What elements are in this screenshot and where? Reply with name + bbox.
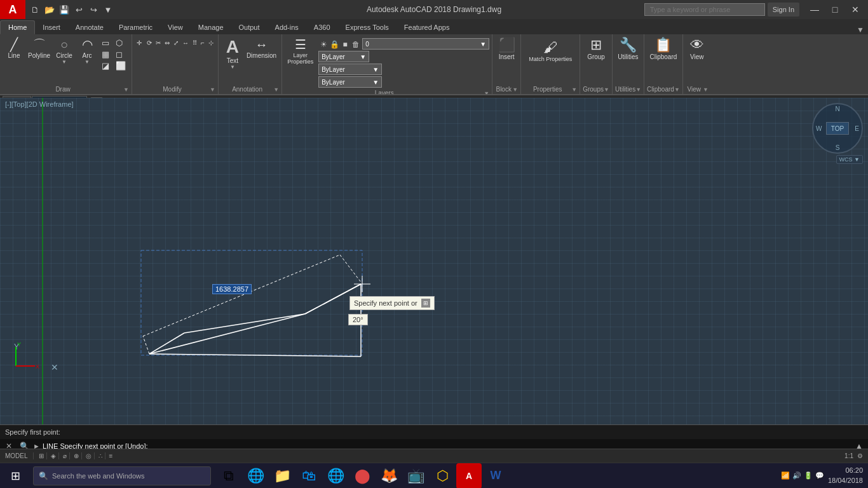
taskbar-search[interactable]: 🔍 Search the web and Windows xyxy=(33,466,211,485)
insert-button[interactable]: ⬛ Insert xyxy=(495,37,518,62)
minimize-btn[interactable]: — xyxy=(804,0,825,19)
utilities-group-expand[interactable]: ▼ xyxy=(635,86,641,93)
taskbar-word[interactable]: W xyxy=(483,463,508,489)
draw-group-expand[interactable]: ▼ xyxy=(123,86,129,93)
layer-lock-icon[interactable]: 🔒 xyxy=(329,39,339,50)
view-button[interactable]: 👁 View xyxy=(686,37,709,62)
wipeout-button[interactable]: ◻ xyxy=(114,48,129,60)
qat-undo[interactable]: ↩ xyxy=(72,3,86,17)
color-dropdown[interactable]: ByLayer ▼ xyxy=(318,51,369,62)
taskbar-sound[interactable]: 🔊 xyxy=(792,471,801,480)
modify-group-expand[interactable]: ▼ xyxy=(210,86,215,93)
arc-button[interactable]: ◠ Arc ▼ xyxy=(76,37,98,66)
clipboard-button[interactable]: 📋 Clipboard xyxy=(648,37,680,62)
taskbar-explorer[interactable]: 📁 xyxy=(269,463,295,489)
view-group-expand[interactable]: ▼ xyxy=(703,86,709,93)
tab-parametric[interactable]: Parametric xyxy=(111,20,160,34)
hatch-button[interactable]: ▦ xyxy=(100,48,112,60)
clipboard-group-expand[interactable]: ▼ xyxy=(674,86,680,93)
scale-button[interactable]: ⤢ xyxy=(172,37,180,48)
viewport[interactable]: [-][Top][2D Wireframe] xyxy=(0,98,868,424)
lineweight-dropdown[interactable]: ByLayer ▼ xyxy=(318,76,382,88)
qat-redo[interactable]: ↪ xyxy=(86,3,100,17)
osnap-toggle[interactable]: ◎ xyxy=(83,452,95,459)
taskbar-action-center[interactable]: 💬 xyxy=(815,471,824,480)
taskbar-task-view[interactable]: ⧉ xyxy=(216,463,241,489)
dimension-button[interactable]: ↔ Dimension xyxy=(244,37,279,60)
fillet-button[interactable]: ⌐ xyxy=(199,37,207,48)
maximize-btn[interactable]: □ xyxy=(825,0,845,19)
rectangle-button[interactable]: ▭ xyxy=(100,37,112,48)
group-button[interactable]: ⊞ Group xyxy=(585,37,607,62)
model-tab[interactable]: MODEL xyxy=(0,452,34,459)
mirror-button[interactable]: ⇔ xyxy=(163,37,172,48)
taskbar-store[interactable]: 🛍 xyxy=(296,463,322,489)
layer-name-dropdown[interactable]: 0 ▼ xyxy=(362,38,489,50)
tab-annotate[interactable]: Annotate xyxy=(68,20,111,34)
taskbar-app7[interactable]: ⬡ xyxy=(430,463,455,489)
tab-a360[interactable]: A360 xyxy=(306,20,338,34)
layer-color-icon[interactable]: ■ xyxy=(340,39,350,50)
navcube[interactable]: N S E W TOP WCS ▼ xyxy=(812,103,863,154)
taskbar-firefox[interactable]: 🦊 xyxy=(376,463,402,489)
taskbar-chrome[interactable]: ⬤ xyxy=(349,463,375,489)
layer-delete-icon[interactable]: 🗑 xyxy=(351,39,361,50)
layer-properties-button[interactable]: ☰ LayerProperties xyxy=(285,37,316,66)
properties-group-expand[interactable]: ▼ xyxy=(571,86,577,93)
taskbar-battery[interactable]: 🔋 xyxy=(804,471,813,480)
text-button[interactable]: A Text ▼ xyxy=(221,37,244,71)
taskbar-ie[interactable]: 🌐 xyxy=(323,463,348,489)
tab-express[interactable]: Express Tools xyxy=(338,20,397,34)
polar-toggle[interactable]: ⊕ xyxy=(71,452,82,459)
zoom-level[interactable]: 1:1 xyxy=(844,452,853,459)
region-button[interactable]: ⬡ xyxy=(114,37,129,48)
layers-group-expand[interactable]: ▼ xyxy=(484,90,489,96)
qat-more[interactable]: ▼ xyxy=(101,3,115,17)
qat-new[interactable]: 🗋 xyxy=(28,3,42,17)
move-button[interactable]: ✛ xyxy=(135,37,145,48)
tooltip-expand-icon[interactable]: ⊞ xyxy=(421,299,430,308)
annotation-group-expand[interactable]: ▼ xyxy=(273,86,279,93)
snap-toggle[interactable]: ◈ xyxy=(48,452,59,459)
stretch-button[interactable]: ↔ xyxy=(180,37,191,48)
circle-button[interactable]: ○ Circle ▼ xyxy=(53,37,76,66)
gradient-button[interactable]: ◪ xyxy=(100,60,112,71)
otrack-toggle[interactable]: ∴ xyxy=(96,452,105,459)
layer-freeze-icon[interactable]: ☀ xyxy=(318,39,329,50)
tab-manage[interactable]: Manage xyxy=(191,20,231,34)
group-group-expand[interactable]: ▼ xyxy=(604,86,609,93)
taskbar-datetime[interactable]: 06:20 18/04/2018 xyxy=(828,466,863,485)
revision-button[interactable]: ⬜ xyxy=(114,60,129,71)
tab-home[interactable]: Home xyxy=(0,20,35,34)
taskbar-network[interactable]: 📶 xyxy=(781,471,790,480)
utilities-button[interactable]: 🔧 Utilities xyxy=(615,37,641,62)
taskbar-edge[interactable]: 🌐 xyxy=(243,463,268,489)
sign-in-btn[interactable]: Sign In xyxy=(768,3,799,17)
trim-button[interactable]: ✂ xyxy=(154,37,163,48)
tab-output[interactable]: Output xyxy=(231,20,268,34)
taskbar-vlc[interactable]: 📺 xyxy=(403,463,428,489)
array-button[interactable]: ⠿ xyxy=(191,37,199,48)
ribbon-collapse-btn[interactable]: ▼ xyxy=(853,25,868,34)
wcs-badge[interactable]: WCS ▼ xyxy=(836,155,863,164)
block-group-expand[interactable]: ▼ xyxy=(512,86,518,93)
linetype-dropdown[interactable]: ByLayer ▼ xyxy=(318,64,382,75)
qat-save[interactable]: 💾 xyxy=(57,3,71,17)
polyline-button[interactable]: ⌒ Polyline xyxy=(25,37,53,60)
close-btn[interactable]: ✕ xyxy=(845,0,865,19)
tab-insert[interactable]: Insert xyxy=(35,20,68,34)
qat-open[interactable]: 📂 xyxy=(43,3,57,17)
explode-button[interactable]: ⊹ xyxy=(207,37,215,48)
settings-btn[interactable]: ⚙ xyxy=(857,452,863,459)
match-properties-button[interactable]: 🖌 Match Properties xyxy=(524,37,577,65)
taskbar-autocad[interactable]: A xyxy=(456,463,482,489)
line-button[interactable]: ╱ Line xyxy=(3,37,25,60)
keyword-search[interactable] xyxy=(644,3,765,16)
ortho-toggle[interactable]: ⌀ xyxy=(60,452,70,459)
tab-view[interactable]: View xyxy=(160,20,191,34)
tab-addins[interactable]: Add-ins xyxy=(268,20,306,34)
lineweight-toggle[interactable]: ≡ xyxy=(107,452,116,459)
tab-featured-apps[interactable]: Featured Apps xyxy=(397,20,458,34)
start-button[interactable]: ⊞ xyxy=(0,463,31,489)
grid-toggle[interactable]: ⊞ xyxy=(36,452,47,459)
